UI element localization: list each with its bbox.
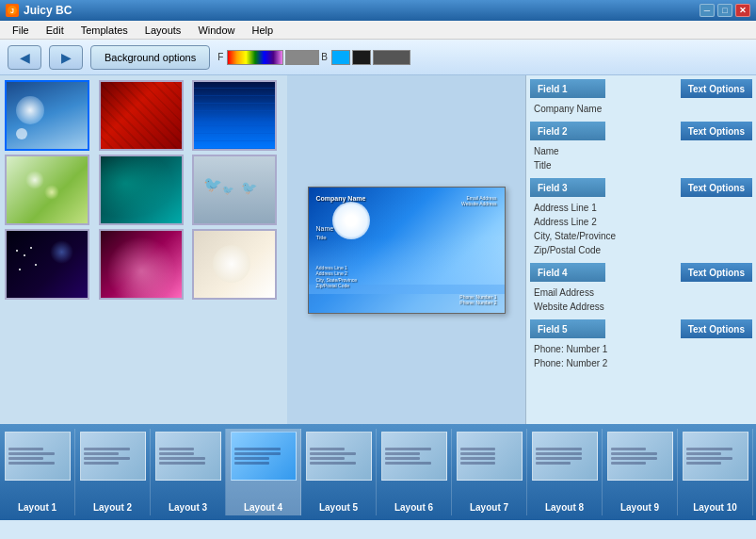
f-label: F <box>217 52 223 62</box>
field-4-label: Field 4 <box>530 263 605 282</box>
menu-window[interactable]: Window <box>190 23 242 38</box>
app-icon: J <box>6 4 19 17</box>
card-address: Address Line 1 Address Line 2 City, Stat… <box>316 265 358 289</box>
layout-label-2: Layout 2 <box>93 502 132 513</box>
layout-label-8: Layout 8 <box>545 502 584 513</box>
background-options-button[interactable]: Background options <box>90 45 210 70</box>
card-name: Name <box>316 225 334 232</box>
field-1-label: Field 1 <box>530 79 605 98</box>
blue-color-swatch[interactable] <box>331 50 350 65</box>
menu-file[interactable]: File <box>5 23 37 38</box>
card-title: Title <box>316 235 327 240</box>
layout-item-4[interactable]: Layout 4 <box>226 429 301 515</box>
field-3-label: Field 3 <box>530 178 605 197</box>
card-preview: Company Name Email Address Website Addre… <box>308 187 506 314</box>
bg-thumb-4[interactable] <box>5 155 89 225</box>
field-2-header: Field 2 Text Options <box>530 122 752 140</box>
menu-edit[interactable]: Edit <box>39 23 72 38</box>
layout-label-9: Layout 9 <box>620 502 659 513</box>
layout-item-9[interactable]: Layout 9 <box>603 429 678 515</box>
layout-thumb-8 <box>532 432 598 481</box>
layout-label-6: Layout 6 <box>394 502 433 513</box>
layout-item-3[interactable]: Layout 3 <box>151 429 226 515</box>
layout-thumb-9 <box>607 432 673 481</box>
bg-thumb-8[interactable] <box>99 229 184 300</box>
bg-thumb-7[interactable] <box>5 229 89 300</box>
card-sun-graphic <box>332 202 370 239</box>
layout-label-3: Layout 3 <box>169 502 207 513</box>
layout-item-8[interactable]: Layout 8 <box>527 429 603 515</box>
bg-thumb-6[interactable]: 🐦 🐦 🐦 <box>192 155 277 225</box>
field-4-content: Email Address Website Address <box>530 284 752 318</box>
minimize-button[interactable]: ─ <box>700 4 715 17</box>
bg-thumb-3[interactable] <box>192 80 277 151</box>
card-company-name: Company Name <box>316 195 366 202</box>
forward-button[interactable]: ▶ <box>49 45 83 70</box>
layout-label-5: Layout 5 <box>319 502 358 513</box>
layout-item-2[interactable]: Layout 2 <box>75 429 151 515</box>
layout-thumb-3 <box>155 432 221 481</box>
field-3-header: Field 3 Text Options <box>530 178 752 197</box>
field-2-label: Field 2 <box>530 122 605 140</box>
menu-templates[interactable]: Templates <box>73 23 136 38</box>
bg-thumb-1[interactable] <box>5 80 89 151</box>
layout-thumb-4 <box>231 432 297 481</box>
field-1-section: Field 1 Text Options Company Name <box>530 79 752 120</box>
gray-color-box[interactable] <box>285 50 319 65</box>
layout-thumb-6 <box>381 432 447 481</box>
field-1-text-options-button[interactable]: Text Options <box>681 79 752 98</box>
field-1-content: Company Name <box>530 100 752 120</box>
layout-item-6[interactable]: Layout 6 <box>377 429 452 515</box>
bg-thumb-9[interactable] <box>192 229 277 300</box>
field-4-section: Field 4 Text Options Email Address Websi… <box>530 263 752 318</box>
maximize-button[interactable]: □ <box>717 4 732 17</box>
card-phone: Phone: Number 1 Phone: Number 2 <box>459 294 496 305</box>
card-email-address: Email Address Website Address <box>461 195 496 206</box>
field-3-text-options-button[interactable]: Text Options <box>681 178 752 197</box>
layout-label-10: Layout 10 <box>693 502 737 513</box>
dark-color-swatch[interactable] <box>352 50 371 65</box>
field-1-header: Field 1 Text Options <box>530 79 752 98</box>
background-image-panel: 🐦 🐦 🐦 <box>0 75 287 424</box>
layout-thumb-1 <box>5 432 71 481</box>
b-label: B <box>321 52 328 62</box>
field-5-header: Field 5 Text Options <box>530 319 752 338</box>
field-4-header: Field 4 Text Options <box>530 263 752 282</box>
layout-item-1[interactable]: Layout 1 <box>0 429 75 515</box>
color-strip: F B <box>217 45 410 70</box>
bg-thumb-2[interactable] <box>99 80 184 151</box>
field-5-text-options-button[interactable]: Text Options <box>681 319 752 338</box>
layout-thumb-7 <box>457 432 523 481</box>
layout-item-10[interactable]: Layout 10 <box>678 429 753 515</box>
dark-gray-color-box[interactable] <box>373 50 410 65</box>
field-2-section: Field 2 Text Options Name Title <box>530 122 752 176</box>
menu-layouts[interactable]: Layouts <box>137 23 189 38</box>
layout-label-7: Layout 7 <box>470 502 508 513</box>
layout-strip: Layout 1 Layout 2 Layout 3 Layout 4 Layo… <box>0 424 756 520</box>
field-5-label: Field 5 <box>530 319 605 338</box>
layout-item-5[interactable]: Layout 5 <box>301 429 377 515</box>
layout-label-1: Layout 1 <box>18 502 56 513</box>
field-3-section: Field 3 Text Options Address Line 1 Addr… <box>530 178 752 261</box>
layout-item-7[interactable]: Layout 7 <box>452 429 527 515</box>
menu-bar: File Edit Templates Layouts Window Help <box>0 21 756 40</box>
field-5-section: Field 5 Text Options Phone: Number 1 Pho… <box>530 319 752 374</box>
fields-panel: Field 1 Text Options Company Name Field … <box>525 75 756 424</box>
layout-thumb-2 <box>80 432 146 481</box>
rainbow-color-bar[interactable] <box>227 50 283 65</box>
field-4-text-options-button[interactable]: Text Options <box>681 263 752 282</box>
field-2-text-options-button[interactable]: Text Options <box>681 122 752 140</box>
layout-thumb-10 <box>683 432 748 481</box>
field-3-content: Address Line 1 Address Line 2 City, Stat… <box>530 199 752 261</box>
menu-help[interactable]: Help <box>245 23 281 38</box>
field-5-content: Phone: Number 1 Phone: Number 2 <box>530 340 752 374</box>
app-title: Juicy BC <box>24 4 72 17</box>
bg-thumb-5[interactable] <box>99 155 184 225</box>
title-bar: J Juicy BC ─ □ ✕ <box>0 0 756 21</box>
layout-thumb-5 <box>306 432 372 481</box>
main-area: 🐦 🐦 🐦 Company Name Email Addr <box>0 75 756 424</box>
close-button[interactable]: ✕ <box>735 4 750 17</box>
layout-label-4: Layout 4 <box>244 502 282 513</box>
svg-text:J: J <box>10 8 14 14</box>
back-button[interactable]: ◀ <box>8 45 41 70</box>
